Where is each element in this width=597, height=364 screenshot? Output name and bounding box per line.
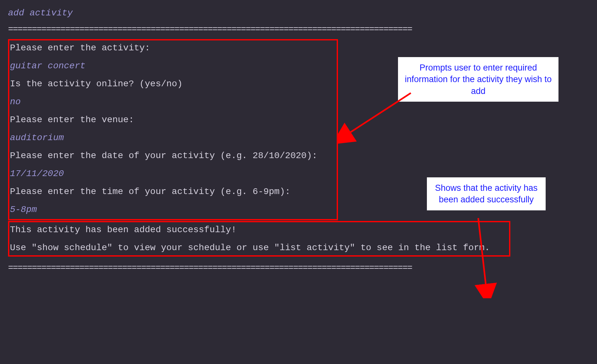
prompt-time: Please enter the time of your activity (… xyxy=(10,187,336,197)
prompts-box: Please enter the activity: guitar concer… xyxy=(8,39,338,220)
prompt-activity: Please enter the activity: xyxy=(10,43,336,53)
input-online: no xyxy=(10,97,336,107)
success-message: This activity has been added successfull… xyxy=(10,225,508,235)
callout-success: Shows that the activity has been added s… xyxy=(427,177,546,210)
success-box: This activity has been added successfull… xyxy=(8,221,510,257)
input-time: 5-8pm xyxy=(10,205,336,215)
input-activity: guitar concert xyxy=(10,61,336,71)
callout-prompts: Prompts user to enter required informati… xyxy=(398,57,558,102)
divider-top: ========================================… xyxy=(8,24,589,34)
prompt-venue: Please enter the venue: xyxy=(10,115,336,125)
prompt-online: Is the activity online? (yes/no) xyxy=(10,79,336,89)
divider-bottom: ========================================… xyxy=(8,263,589,273)
input-venue: auditorium xyxy=(10,133,336,143)
terminal-container: add activity ===========================… xyxy=(8,8,589,273)
command-input: add activity xyxy=(8,8,589,18)
success-hint: Use "show schedule" to view your schedul… xyxy=(10,243,508,253)
input-date: 17/11/2020 xyxy=(10,169,336,179)
prompt-date: Please enter the date of your activity (… xyxy=(10,151,336,161)
